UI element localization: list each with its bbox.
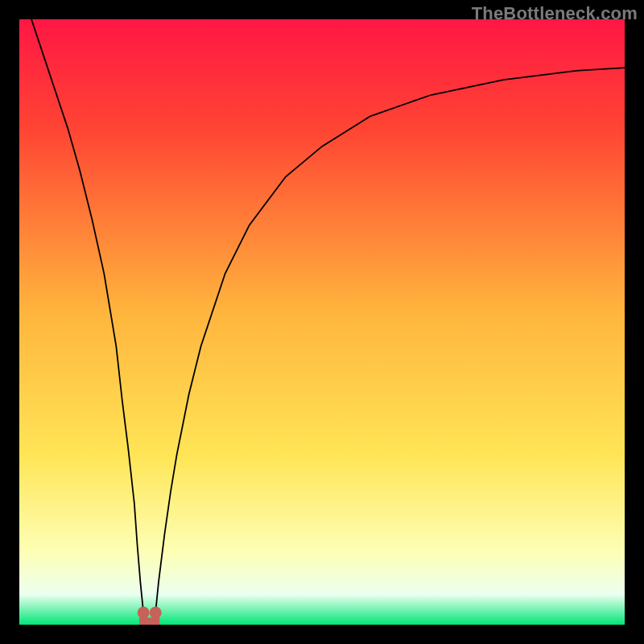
gradient-background — [19, 19, 625, 625]
plot-area — [19, 19, 625, 625]
plot-svg — [19, 19, 625, 625]
watermark-label: TheBottleneck.com — [472, 3, 638, 24]
chart-frame: TheBottleneck.com — [0, 0, 644, 644]
